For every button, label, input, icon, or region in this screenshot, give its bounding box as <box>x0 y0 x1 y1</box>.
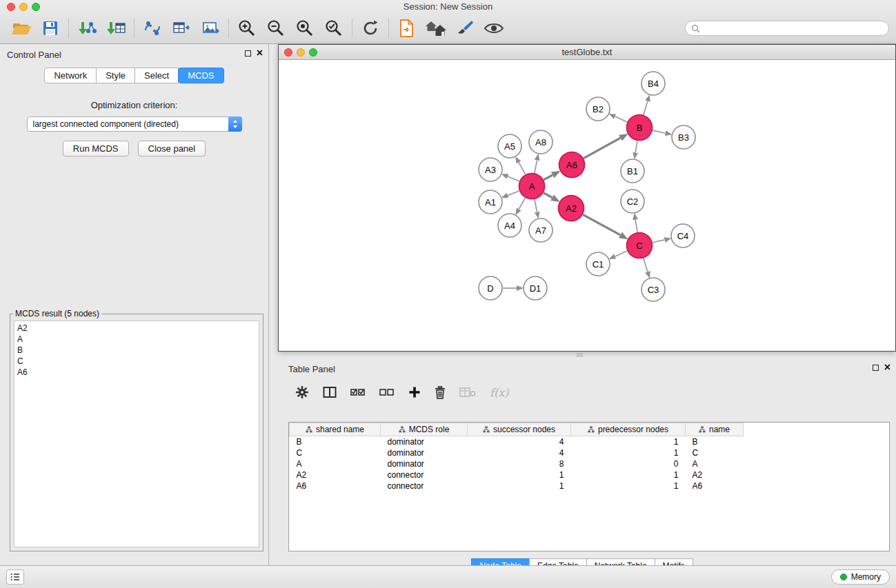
table-cell[interactable]: connector <box>381 469 468 480</box>
network-node-B4[interactable]: B4 <box>641 72 665 95</box>
export-network-button[interactable] <box>138 16 167 41</box>
network-node-C4[interactable]: C4 <box>671 224 695 247</box>
column-header[interactable]: name <box>686 423 744 436</box>
network-node-A3[interactable]: A3 <box>479 158 502 181</box>
float-panel-icon[interactable] <box>245 50 251 57</box>
search-input[interactable] <box>703 22 888 34</box>
network-node-B1[interactable]: B1 <box>621 159 644 183</box>
column-header[interactable]: successor nodes <box>468 423 571 436</box>
document-export-button[interactable] <box>392 16 421 41</box>
table-row[interactable]: A2connector11A2 <box>290 469 744 480</box>
network-node-A8[interactable]: A8 <box>529 130 552 154</box>
network-edge[interactable] <box>653 130 666 133</box>
network-edge[interactable] <box>615 116 628 122</box>
run-mcds-button[interactable]: Run MCDS <box>63 141 129 156</box>
memory-button[interactable]: Memory <box>831 569 890 585</box>
network-edge[interactable] <box>615 251 628 256</box>
network-zoom-button[interactable] <box>309 48 317 57</box>
close-table-panel-icon[interactable]: × <box>884 364 890 371</box>
delete-column-button[interactable] <box>435 386 446 399</box>
float-table-panel-icon[interactable] <box>873 365 879 371</box>
table-cell[interactable]: 0 <box>571 458 686 469</box>
splitter-handle[interactable] <box>577 354 583 356</box>
network-svg[interactable]: B4B2BB3A5A8A6A3B1AC2A1A2A4A7C4CC1C3DD1 <box>279 60 895 351</box>
network-node-D1[interactable]: D1 <box>524 276 547 300</box>
table-settings-button[interactable] <box>295 385 309 399</box>
mcds-result-list[interactable]: A2ABCA6 <box>14 321 259 547</box>
show-columns-button[interactable] <box>323 386 337 398</box>
table-cell[interactable]: 4 <box>468 447 571 458</box>
select-all-rows-button[interactable] <box>350 387 366 397</box>
table-cell[interactable]: 1 <box>468 469 571 480</box>
zoom-fit-button[interactable] <box>290 16 319 41</box>
table-cell[interactable]: A2 <box>290 469 381 480</box>
save-session-button[interactable] <box>36 16 65 41</box>
table-cell[interactable]: B <box>686 436 744 447</box>
network-edge[interactable] <box>544 175 552 180</box>
open-session-button[interactable] <box>7 16 36 41</box>
show-hide-graphics-button[interactable] <box>479 16 508 41</box>
network-edge[interactable] <box>508 191 519 195</box>
table-cell[interactable]: dominator <box>381 447 468 458</box>
table-row[interactable]: Cdominator41C <box>290 447 744 458</box>
network-edge[interactable] <box>635 220 637 232</box>
table-cell[interactable]: dominator <box>381 458 468 469</box>
node-table-container[interactable]: shared nameMCDS rolesuccessor nodesprede… <box>288 422 890 551</box>
annotation-brush-button[interactable] <box>450 16 479 41</box>
first-neighbors-button[interactable] <box>421 16 450 41</box>
network-edge[interactable] <box>583 214 620 235</box>
dropdown-stepper[interactable] <box>228 116 242 132</box>
network-edge[interactable] <box>519 198 525 209</box>
network-edge[interactable] <box>584 138 620 158</box>
result-item[interactable]: C <box>17 356 256 367</box>
column-header[interactable]: shared name <box>290 423 381 436</box>
table-cell[interactable]: A <box>290 458 381 469</box>
network-edge[interactable] <box>653 240 665 243</box>
table-cell[interactable]: 4 <box>468 436 571 447</box>
create-column-button[interactable] <box>408 386 421 398</box>
task-history-button[interactable] <box>6 569 24 585</box>
network-edge[interactable] <box>544 193 552 198</box>
network-node-A5[interactable]: A5 <box>498 134 521 158</box>
table-cell[interactable]: 1 <box>571 447 686 458</box>
network-close-button[interactable] <box>284 48 292 57</box>
tab-select[interactable]: Select <box>135 68 179 83</box>
network-node-C2[interactable]: C2 <box>621 190 644 213</box>
network-node-A[interactable]: A <box>519 174 545 199</box>
zoom-out-button[interactable] <box>261 16 290 41</box>
table-cell[interactable]: A6 <box>686 480 744 491</box>
network-node-B[interactable]: B <box>627 115 653 141</box>
close-window-button[interactable] <box>7 3 15 11</box>
criterion-dropdown[interactable]: largest connected component (directed) <box>27 116 242 132</box>
tab-style[interactable]: Style <box>96 68 135 83</box>
tab-mcds[interactable]: MCDS <box>178 68 223 83</box>
network-edge[interactable] <box>635 141 637 152</box>
table-cell[interactable]: A6 <box>290 480 381 491</box>
network-node-B3[interactable]: B3 <box>672 125 695 149</box>
table-cell[interactable]: dominator <box>381 436 468 447</box>
network-node-A1[interactable]: A1 <box>479 190 502 214</box>
network-node-B2[interactable]: B2 <box>586 97 610 121</box>
table-cell[interactable]: A2 <box>686 469 744 480</box>
network-node-C3[interactable]: C3 <box>641 278 665 301</box>
deselect-all-rows-button[interactable] <box>379 387 395 397</box>
result-item[interactable]: A2 <box>17 323 256 334</box>
result-item[interactable]: A <box>17 334 256 345</box>
network-edge[interactable] <box>644 258 648 272</box>
network-view-window[interactable]: testGlobe.txt B4B2BB3A5A8A6A3B1AC2A1A2A4… <box>278 44 896 352</box>
table-cell[interactable]: A <box>686 458 744 469</box>
import-table-file-button[interactable] <box>101 16 130 41</box>
import-network-file-button[interactable] <box>72 16 101 41</box>
network-node-A4[interactable]: A4 <box>498 214 521 237</box>
table-cell[interactable]: C <box>686 447 744 458</box>
network-edge[interactable] <box>644 101 648 115</box>
network-edge[interactable] <box>519 163 526 174</box>
table-cell[interactable]: 8 <box>468 458 571 469</box>
table-cell[interactable]: 1 <box>571 480 686 491</box>
export-image-button[interactable] <box>196 16 225 41</box>
result-item[interactable]: A6 <box>17 367 256 378</box>
table-cell[interactable]: connector <box>381 480 468 491</box>
close-panel-button[interactable]: Close panel <box>138 141 206 156</box>
column-header[interactable]: MCDS role <box>381 423 468 436</box>
result-item[interactable]: B <box>17 345 256 356</box>
